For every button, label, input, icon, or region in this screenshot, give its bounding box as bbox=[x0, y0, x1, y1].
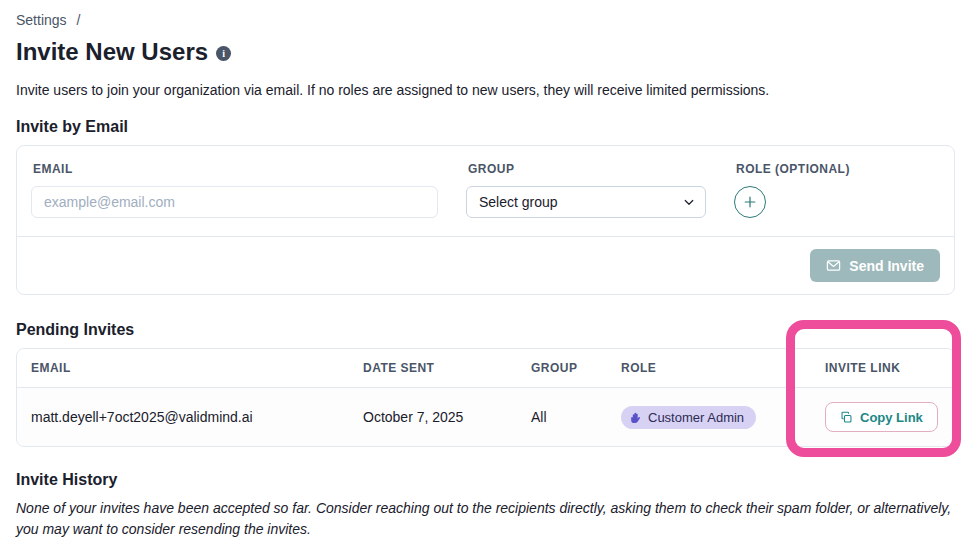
row-date-sent: October 7, 2025 bbox=[349, 395, 517, 439]
row-role: Customer Admin bbox=[607, 392, 811, 443]
info-icon[interactable]: i bbox=[216, 46, 231, 61]
breadcrumb-settings-link[interactable]: Settings bbox=[16, 12, 67, 28]
settings-invite-page: Settings / Invite New Users i Invite use… bbox=[0, 0, 971, 540]
breadcrumb: Settings / bbox=[16, 12, 955, 28]
table-row: matt.deyell+7oct2025@validmind.ai Octobe… bbox=[17, 388, 954, 446]
table-header-invite-link: INVITE LINK bbox=[811, 349, 954, 387]
role-badge-label: Customer Admin bbox=[648, 410, 744, 425]
table-header-group: GROUP bbox=[517, 349, 607, 387]
page-title: Invite New Users bbox=[16, 38, 208, 66]
group-select[interactable]: Select group bbox=[466, 186, 706, 218]
pending-invites-table: EMAIL DATE SENT GROUP ROLE INVITE LINK m… bbox=[16, 348, 955, 447]
copy-link-label: Copy Link bbox=[860, 410, 923, 425]
invite-history-message: None of your invites have been accepted … bbox=[16, 498, 955, 540]
row-invite-link: Copy Link bbox=[811, 388, 954, 446]
invite-by-email-card: EMAIL GROUP Select group R bbox=[16, 145, 955, 295]
send-invite-button[interactable]: Send Invite bbox=[810, 249, 940, 282]
chevron-down-icon bbox=[683, 196, 695, 208]
email-column-label: EMAIL bbox=[31, 156, 438, 186]
breadcrumb-separator: / bbox=[76, 12, 80, 28]
table-header-role: ROLE bbox=[607, 349, 811, 387]
hand-icon bbox=[629, 411, 642, 424]
invite-history-heading: Invite History bbox=[16, 471, 955, 489]
role-badge: Customer Admin bbox=[621, 406, 756, 429]
table-header-row: EMAIL DATE SENT GROUP ROLE INVITE LINK bbox=[17, 349, 954, 388]
add-role-button[interactable] bbox=[734, 186, 766, 218]
group-select-value: Select group bbox=[479, 194, 558, 210]
table-header-date-sent: DATE SENT bbox=[349, 349, 517, 387]
plus-icon bbox=[743, 195, 757, 209]
group-column-label: GROUP bbox=[466, 156, 706, 186]
copy-icon bbox=[840, 411, 853, 424]
pending-invites-heading: Pending Invites bbox=[16, 321, 955, 339]
row-group: All bbox=[517, 395, 607, 439]
envelope-icon bbox=[826, 258, 841, 273]
role-column-label: ROLE (OPTIONAL) bbox=[734, 156, 940, 186]
page-description: Invite users to join your organization v… bbox=[16, 82, 955, 98]
row-email: matt.deyell+7oct2025@validmind.ai bbox=[17, 395, 349, 439]
copy-link-button[interactable]: Copy Link bbox=[825, 402, 938, 432]
email-input[interactable] bbox=[31, 186, 438, 218]
send-invite-label: Send Invite bbox=[849, 258, 924, 274]
table-header-email: EMAIL bbox=[17, 349, 349, 387]
invite-by-email-heading: Invite by Email bbox=[16, 118, 955, 136]
